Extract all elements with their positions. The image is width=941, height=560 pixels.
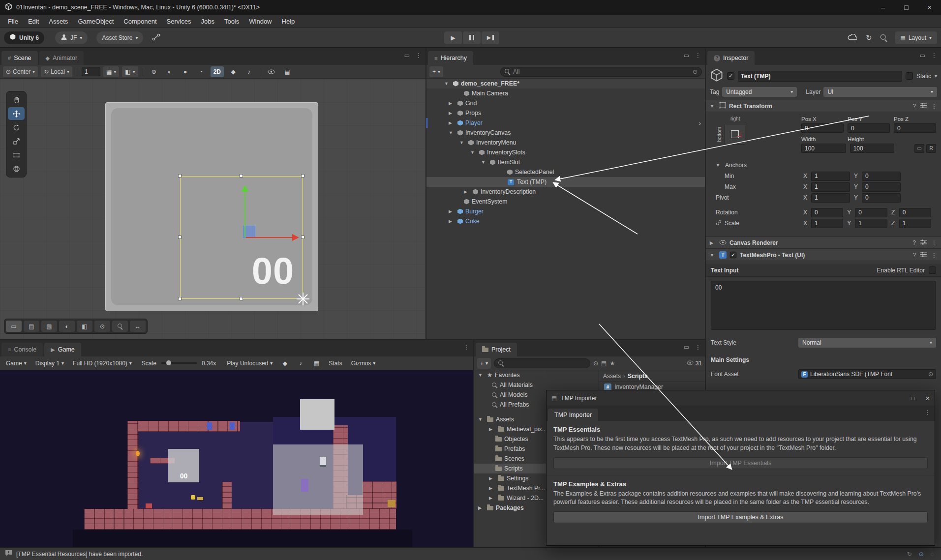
static-checkbox[interactable] xyxy=(906,72,913,80)
scale-slider-knob[interactable] xyxy=(166,360,171,365)
hierarchy-item-props[interactable]: Props xyxy=(426,108,705,118)
overlay-camera-button[interactable] xyxy=(130,321,146,332)
vsync-icon[interactable] xyxy=(310,358,323,369)
overlay-draw-mode-button[interactable] xyxy=(41,321,57,332)
2d-mode-button[interactable]: 2D xyxy=(211,66,224,77)
scale-tool-button[interactable] xyxy=(8,135,25,147)
mute-audio-icon[interactable] xyxy=(294,358,307,369)
foldout-open-icon[interactable] xyxy=(444,81,451,86)
foldout-open-icon[interactable] xyxy=(459,140,466,145)
pivot-x-field[interactable]: 1 xyxy=(811,193,850,203)
play-button[interactable] xyxy=(444,31,462,44)
lighting-toggle-icon[interactable] xyxy=(179,66,192,77)
foldout-closed-icon[interactable] xyxy=(449,101,455,106)
progress-icon[interactable] xyxy=(931,551,934,557)
rotation-x-field[interactable]: 0 xyxy=(811,208,843,217)
rect-handle-right[interactable] xyxy=(301,236,304,239)
height-field[interactable]: 100 xyxy=(850,144,895,153)
history-icon[interactable] xyxy=(866,34,872,41)
component-menu-icon[interactable] xyxy=(931,103,937,109)
tab-tmp-importer[interactable]: TMP Importer xyxy=(548,409,598,421)
component-menu-icon[interactable] xyxy=(931,252,937,258)
font-asset-object-field[interactable]: LiberationSans SDF (TMP Font xyxy=(798,369,936,379)
import-tmp-essentials-button[interactable]: Import TMP Essentials xyxy=(553,457,928,469)
textmeshpro-header[interactable]: TextMeshPro - Text (UI) xyxy=(706,249,941,261)
close-button[interactable] xyxy=(925,394,930,402)
panel-menu-icon[interactable] xyxy=(695,344,701,350)
foldout-open-icon[interactable] xyxy=(478,373,485,378)
hierarchy-item-text-tmp[interactable]: Text (TMP) xyxy=(426,177,705,187)
refresh-icon[interactable] xyxy=(907,551,912,557)
active-checkbox[interactable] xyxy=(727,72,734,80)
foldout-closed-icon[interactable] xyxy=(489,496,495,501)
foldout-open-icon[interactable] xyxy=(478,417,485,422)
overlay-2d-button[interactable] xyxy=(77,321,92,332)
stats-button[interactable]: Stats xyxy=(326,358,345,369)
layout-dropdown[interactable]: Layout xyxy=(895,31,937,44)
presets-icon[interactable] xyxy=(920,239,927,246)
rotation-z-field[interactable]: 0 xyxy=(899,208,931,217)
maximize-button[interactable] xyxy=(911,394,914,402)
open-prefab-chevron[interactable] xyxy=(699,119,701,127)
gizmo-y-arrowhead[interactable] xyxy=(242,185,248,192)
presets-icon[interactable] xyxy=(920,103,927,110)
hierarchy-item-burger[interactable]: Burger xyxy=(426,206,705,216)
tmp-window-titlebar[interactable]: TMP Importer xyxy=(546,390,935,406)
tab-project[interactable]: Project xyxy=(476,343,517,356)
hierarchy-item-scene[interactable]: demo_scene_FREE* xyxy=(426,79,705,88)
anchor-min-y-field[interactable]: 0 xyxy=(862,172,901,181)
gizmos-dropdown[interactable]: Gizmos xyxy=(348,358,379,369)
foldout-closed-icon[interactable] xyxy=(489,486,495,491)
layers-icon[interactable] xyxy=(281,66,294,77)
blueprint-mode-toggle[interactable] xyxy=(914,144,924,153)
scale-z-field[interactable]: 1 xyxy=(899,219,931,228)
uniform-scale-link-icon[interactable] xyxy=(716,220,722,227)
foldout-closed-icon[interactable] xyxy=(710,240,716,245)
tab-inspector[interactable]: Inspector xyxy=(707,51,755,65)
text-value-textarea[interactable]: 00 xyxy=(711,281,936,330)
overlay-search-button[interactable] xyxy=(112,321,128,332)
rect-handle-top[interactable] xyxy=(240,174,243,177)
foldout-closed-icon[interactable] xyxy=(449,219,455,224)
foldout-open-icon[interactable] xyxy=(449,130,455,135)
shading-mode-icon[interactable] xyxy=(163,66,176,77)
gizmo-x-arrowhead[interactable] xyxy=(292,234,299,241)
menu-tools[interactable]: Tools xyxy=(219,15,244,28)
menu-jobs[interactable]: Jobs xyxy=(196,15,219,28)
camera-settings-icon[interactable] xyxy=(195,66,208,77)
anchor-presets-button[interactable] xyxy=(725,124,745,145)
step-button[interactable] xyxy=(482,31,499,44)
close-button[interactable] xyxy=(918,0,941,15)
project-fav-all-materials[interactable]: All Materials xyxy=(474,380,599,390)
tab-console[interactable]: Console xyxy=(1,343,43,356)
save-search-icon[interactable] xyxy=(609,360,615,366)
search-icon[interactable] xyxy=(880,34,887,41)
frame-debugger-icon[interactable] xyxy=(278,358,291,369)
static-dropdown-icon[interactable] xyxy=(935,74,937,79)
link-account-icon[interactable] xyxy=(152,33,160,42)
scene-viewport[interactable]: 00 xyxy=(0,79,425,339)
rect-handle-tl[interactable] xyxy=(178,174,182,177)
breadcrumb-root[interactable]: Assets xyxy=(603,373,621,380)
presets-icon[interactable] xyxy=(920,252,927,259)
create-asset-button[interactable] xyxy=(477,358,491,369)
overlay-shading-button[interactable] xyxy=(59,321,75,332)
project-favorites[interactable]: Favorites xyxy=(474,370,599,380)
foldout-closed-icon[interactable] xyxy=(464,189,470,194)
view-tool-button[interactable] xyxy=(8,93,25,106)
create-object-button[interactable] xyxy=(429,66,443,77)
panel-menu-icon[interactable] xyxy=(931,53,937,59)
rect-transform-header[interactable]: Rect Transform xyxy=(706,100,941,112)
tag-dropdown[interactable]: Untagged xyxy=(722,87,797,97)
visibility-eye-icon[interactable] xyxy=(265,66,278,77)
game-viewport[interactable]: 00 xyxy=(0,370,473,547)
scale-slider[interactable] xyxy=(161,362,197,364)
foldout-closed-icon[interactable] xyxy=(449,209,455,214)
scale-y-field[interactable]: 1 xyxy=(855,219,887,228)
anchors-foldout[interactable]: Anchors xyxy=(711,160,936,171)
hierarchy-item-grid[interactable]: Grid xyxy=(426,98,705,108)
dock-icon[interactable] xyxy=(404,53,410,59)
foldout-open-icon[interactable] xyxy=(470,150,477,155)
breadcrumb-current[interactable]: Scripts xyxy=(628,373,648,380)
account-dropdown[interactable]: JF xyxy=(55,31,88,44)
